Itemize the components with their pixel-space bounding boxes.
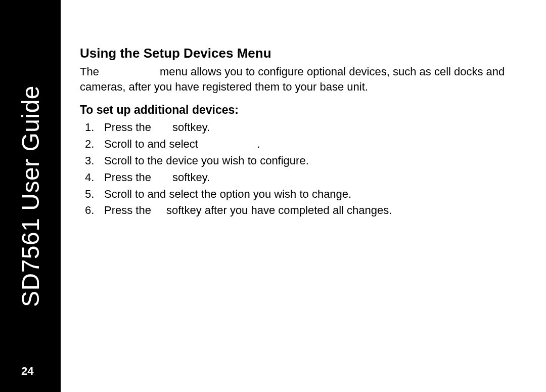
list-item: 6. Press thesoftkey after you have compl…: [80, 203, 525, 219]
step-text: Press thesoftkey.: [104, 170, 525, 186]
step-number: 6.: [80, 203, 104, 219]
step-number: 2.: [80, 137, 104, 152]
step-list: 1. Press thesoftkey. 2. Scroll to and se…: [80, 120, 525, 219]
step-number: 5.: [80, 187, 104, 202]
list-item: 5. Scroll to and select the option you w…: [80, 187, 525, 202]
step-number: 3.: [80, 153, 104, 169]
para-post: menu allows you to configure optional de…: [80, 65, 505, 93]
section-heading: Using the Setup Devices Menu: [80, 46, 525, 61]
step-text: Scroll to the device you wish to configu…: [104, 153, 525, 169]
step-text: Press thesoftkey after you have complete…: [104, 203, 525, 219]
page-content: Using the Setup Devices Menu Themenu all…: [80, 46, 525, 220]
step-text: Scroll to and select the option you wish…: [104, 187, 525, 202]
step-number: 4.: [80, 170, 104, 186]
subheading: To set up additional devices:: [80, 103, 525, 117]
step-text: Scroll to and select.: [104, 137, 525, 152]
intro-paragraph: Themenu allows you to configure optional…: [80, 64, 525, 94]
sidebar: SD7561 User Guide 24: [0, 0, 61, 392]
page-number: 24: [21, 365, 33, 378]
para-pre: The: [80, 65, 99, 78]
step-text: Press thesoftkey.: [104, 120, 525, 136]
sidebar-title: SD7561 User Guide: [17, 85, 44, 307]
list-item: 3. Scroll to the device you wish to conf…: [80, 153, 525, 169]
list-item: 1. Press thesoftkey.: [80, 120, 525, 136]
list-item: 4. Press thesoftkey.: [80, 170, 525, 186]
list-item: 2. Scroll to and select.: [80, 137, 525, 152]
step-number: 1.: [80, 120, 104, 136]
